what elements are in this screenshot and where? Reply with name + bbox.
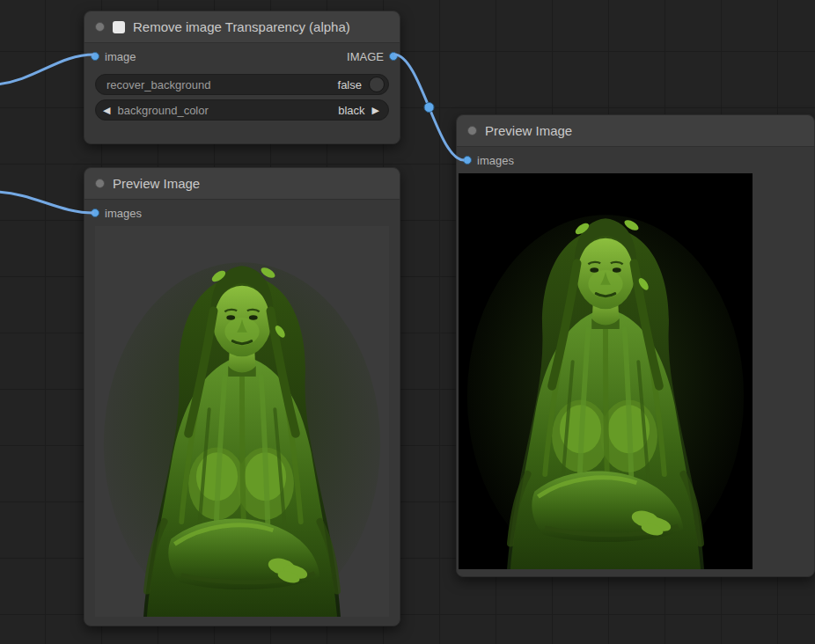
link-wire-to-image-input <box>0 55 94 84</box>
widget-value: false <box>338 78 362 91</box>
input-slot-images[interactable]: images <box>463 154 514 167</box>
widget-label: recover_background <box>106 78 211 91</box>
arrow-right-icon[interactable]: ▶ <box>372 106 379 115</box>
input-slot-dot-icon[interactable] <box>91 209 99 217</box>
link-wire-image-to-right-preview <box>394 55 464 160</box>
arrow-left-icon[interactable]: ◀ <box>103 106 110 115</box>
slot-row: images <box>84 200 400 226</box>
toggle-knob-icon[interactable] <box>369 77 385 92</box>
widget-background-color[interactable]: ◀ background_color black ▶ <box>95 99 389 121</box>
collapse-dot-icon[interactable] <box>95 22 105 32</box>
green-figure-image <box>459 173 753 569</box>
node-preview-image-right[interactable]: Preview Image images <box>456 114 815 577</box>
green-figure-image <box>95 226 389 617</box>
node-title: Remove image Transparency (alpha) <box>133 19 350 34</box>
collapse-dot-icon[interactable] <box>95 179 105 188</box>
widget-label: background_color <box>117 104 208 117</box>
node-remove-image-transparency[interactable]: Remove image Transparency (alpha) image … <box>84 11 400 144</box>
graph-canvas[interactable]: Remove image Transparency (alpha) image … <box>0 0 815 644</box>
input-slot-dot-icon[interactable] <box>91 52 99 61</box>
widget-recover-background[interactable]: recover_background false <box>95 74 389 95</box>
node-title: Preview Image <box>113 176 200 191</box>
input-slot-label: images <box>105 207 142 220</box>
node-preview-image-left[interactable]: Preview Image images <box>84 167 400 626</box>
slot-row: image IMAGE <box>84 43 400 70</box>
link-wire-to-left-preview-input <box>0 192 94 213</box>
node-square-icon <box>113 21 125 33</box>
input-slot-image[interactable]: image <box>91 50 136 63</box>
preview-image <box>95 226 389 617</box>
output-slot-dot-icon[interactable] <box>389 52 398 61</box>
slot-row: images <box>457 147 814 173</box>
node-title-bar[interactable]: Preview Image <box>84 168 400 200</box>
widget-value: black <box>338 104 364 117</box>
input-slot-dot-icon[interactable] <box>463 156 472 165</box>
node-title-bar[interactable]: Preview Image <box>457 115 814 147</box>
preview-image <box>459 173 753 569</box>
input-slot-images[interactable]: images <box>91 207 142 220</box>
collapse-dot-icon[interactable] <box>467 126 477 135</box>
output-slot-label: IMAGE <box>347 50 384 63</box>
output-slot-image[interactable]: IMAGE <box>347 50 398 63</box>
input-slot-label: images <box>477 154 514 167</box>
node-title: Preview Image <box>485 123 572 138</box>
input-slot-label: image <box>105 50 136 63</box>
link-midpoint-dot[interactable] <box>424 103 434 113</box>
node-title-bar[interactable]: Remove image Transparency (alpha) <box>84 11 400 43</box>
